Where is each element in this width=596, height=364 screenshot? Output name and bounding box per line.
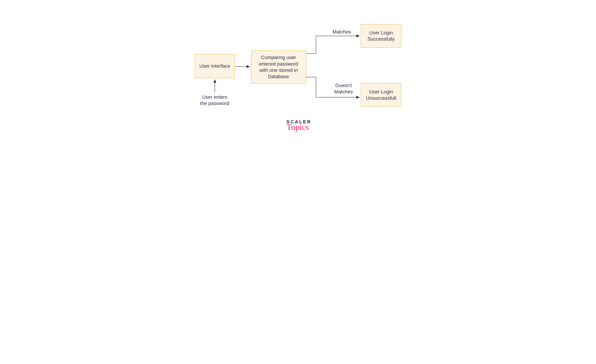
label-matches: Matches	[328, 29, 356, 35]
node-login-success: User Login Successfully	[361, 24, 402, 48]
diagram-canvas: User Interface Comparing user entered pa…	[175, 0, 421, 151]
brand-logo: SCALER Topics	[284, 119, 312, 132]
node-login-fail: User Login Unsuccessfull	[361, 83, 402, 107]
node-login-success-text: User Login Successfully	[364, 30, 398, 42]
node-compare-password: Comparing user entered password with one…	[251, 51, 306, 84]
node-login-fail-text: User Login Unsuccessfull	[364, 89, 398, 102]
node-user-interface: User Interface	[195, 54, 235, 78]
node-user-interface-text: User Interface	[199, 63, 230, 69]
logo-line2: Topics	[284, 122, 312, 132]
label-doesnt-matches: Doesn't Matches	[330, 82, 358, 95]
arrow-compare-to-success	[306, 36, 359, 53]
node-compare-password-text: Comparing user entered password with one…	[255, 54, 303, 80]
label-user-enters: User enters the password	[196, 94, 233, 107]
